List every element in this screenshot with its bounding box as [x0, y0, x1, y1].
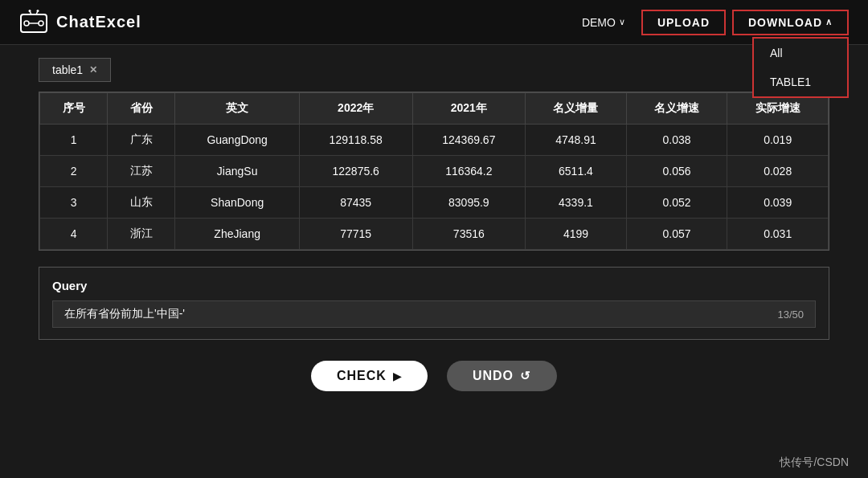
tab-label: table1: [52, 63, 83, 76]
table-row: 4浙江ZheJiang777157351641990.0570.031: [40, 219, 829, 250]
undo-rotate-icon: [520, 369, 531, 383]
cell-r1-c1: 江苏: [108, 156, 175, 187]
cell-r0-c7: 0.019: [727, 125, 829, 156]
check-button[interactable]: CHECK: [311, 361, 428, 391]
col-header-5: 名义增量: [526, 93, 627, 125]
col-header-0: 序号: [40, 93, 108, 125]
query-area: Query 13/50: [39, 267, 829, 340]
table-row: 2江苏JiangSu122875.6116364.26511.40.0560.0…: [40, 156, 829, 187]
query-label: Query: [52, 279, 816, 292]
cell-r1-c0: 2: [40, 156, 108, 187]
col-header-1: 省份: [108, 93, 175, 125]
col-header-2: 英文: [175, 93, 299, 125]
tab-close-icon[interactable]: ✕: [89, 64, 97, 76]
cell-r1-c7: 0.028: [727, 156, 829, 187]
logo-area: ChatExcel: [19, 8, 141, 37]
cell-r3-c5: 4199: [526, 219, 627, 250]
bottom-bar: CHECK UNDO: [39, 353, 829, 399]
col-header-6: 名义增速: [626, 93, 727, 125]
cell-r0-c4: 124369.67: [412, 125, 526, 156]
cell-r0-c1: 广东: [108, 125, 175, 156]
svg-point-6: [29, 10, 31, 12]
query-input[interactable]: [64, 308, 777, 321]
cell-r3-c2: ZheJiang: [175, 219, 299, 250]
cell-r1-c2: JiangSu: [175, 156, 299, 187]
logo-text: ChatExcel: [56, 13, 141, 31]
cell-r2-c3: 87435: [299, 187, 412, 219]
demo-button[interactable]: DEMO: [572, 11, 635, 34]
cell-r0-c6: 0.038: [626, 125, 727, 156]
cell-r0-c5: 4748.91: [526, 125, 627, 156]
tabs-area: table1 ✕: [39, 58, 829, 82]
query-count: 13/50: [777, 308, 804, 321]
table-row: 1广东GuangDong129118.58124369.674748.910.0…: [40, 125, 829, 156]
download-button[interactable]: DOWNLOAD: [732, 10, 849, 35]
cell-r0-c3: 129118.58: [299, 125, 412, 156]
main-content: table1 ✕ 序号 省份 英文 2022年 2021年 名义增量 名义增速 …: [0, 45, 868, 412]
cell-r3-c0: 4: [40, 219, 108, 250]
watermark: 快传号/CSDN: [780, 456, 849, 470]
table-header-row: 序号 省份 英文 2022年 2021年 名义增量 名义增速 实际增速: [40, 93, 829, 125]
dropdown-item-table1[interactable]: TABLE1: [754, 67, 847, 96]
cell-r1-c6: 0.056: [626, 156, 727, 187]
cell-r0-c2: GuangDong: [175, 125, 299, 156]
cell-r2-c7: 0.039: [727, 187, 829, 219]
check-play-icon: [393, 369, 402, 383]
cell-r2-c0: 3: [40, 187, 108, 219]
query-input-row: 13/50: [52, 300, 816, 328]
logo-icon: [19, 8, 48, 37]
undo-label: UNDO: [473, 369, 514, 383]
table-row: 3山东ShanDong8743583095.94339.10.0520.039: [40, 187, 829, 219]
cell-r1-c3: 122875.6: [299, 156, 412, 187]
cell-r2-c2: ShanDong: [175, 187, 299, 219]
tab-table1[interactable]: table1 ✕: [39, 58, 111, 82]
undo-button[interactable]: UNDO: [447, 361, 557, 391]
upload-button[interactable]: UPLOAD: [641, 10, 726, 35]
header: ChatExcel DEMO UPLOAD DOWNLOAD All TABLE…: [0, 0, 868, 45]
svg-point-7: [37, 10, 39, 12]
cell-r1-c4: 116364.2: [412, 156, 526, 187]
col-header-4: 2021年: [412, 93, 526, 125]
header-right: DEMO UPLOAD DOWNLOAD All TABLE1: [572, 10, 849, 35]
cell-r2-c1: 山东: [108, 187, 175, 219]
col-header-3: 2022年: [299, 93, 412, 125]
svg-point-2: [39, 21, 43, 26]
cell-r2-c6: 0.052: [626, 187, 727, 219]
cell-r1-c5: 6511.4: [526, 156, 627, 187]
cell-r3-c6: 0.057: [626, 219, 727, 250]
cell-r2-c4: 83095.9: [412, 187, 526, 219]
cell-r3-c1: 浙江: [108, 219, 175, 250]
cell-r3-c7: 0.031: [727, 219, 829, 250]
cell-r2-c5: 4339.1: [526, 187, 627, 219]
download-dropdown: All TABLE1: [752, 37, 849, 98]
cell-r3-c4: 73516: [412, 219, 526, 250]
data-table-container: 序号 省份 英文 2022年 2021年 名义增量 名义增速 实际增速 1广东G…: [39, 92, 829, 251]
svg-point-1: [24, 21, 29, 26]
dropdown-item-all[interactable]: All: [754, 39, 847, 67]
cell-r0-c0: 1: [40, 125, 108, 156]
data-table: 序号 省份 英文 2022年 2021年 名义增量 名义增速 实际增速 1广东G…: [39, 92, 829, 250]
check-label: CHECK: [337, 369, 387, 383]
cell-r3-c3: 77715: [299, 219, 412, 250]
